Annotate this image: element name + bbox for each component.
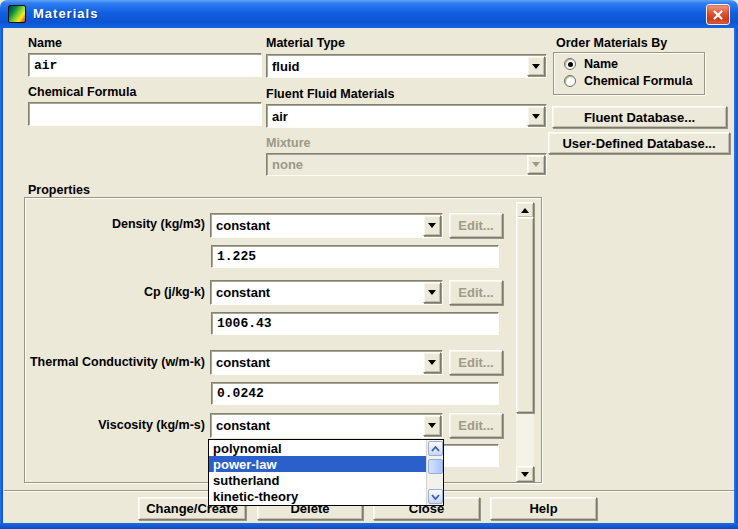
density-value-input[interactable] (211, 245, 499, 268)
properties-scrollbar[interactable] (516, 202, 534, 482)
titlebar[interactable]: Materials (0, 0, 738, 28)
density-method-value: constant (216, 214, 270, 237)
material-type-label: Material Type (266, 36, 345, 50)
material-type-dropdown-button[interactable] (527, 56, 545, 76)
chevron-down-icon (532, 64, 540, 69)
chevron-up-icon (431, 446, 440, 452)
chevron-down-icon (428, 423, 436, 428)
name-input[interactable] (28, 53, 262, 77)
dropdown-item-sutherland[interactable]: sutherland (209, 472, 426, 488)
dropdown-item-polynomial[interactable]: polynomial (209, 440, 426, 456)
help-button[interactable]: Help (490, 497, 597, 520)
arrow-up-icon (521, 208, 529, 213)
scroll-down-button[interactable] (428, 489, 443, 504)
scroll-down-button[interactable] (516, 466, 534, 482)
chevron-down-icon (428, 290, 436, 295)
density-label: Density (kg/m3) (0, 217, 205, 231)
scroll-up-button[interactable] (428, 441, 443, 456)
density-dropdown-button[interactable] (423, 215, 441, 236)
order-by-name-option[interactable]: Name (564, 57, 618, 71)
arrow-down-icon (521, 472, 529, 477)
cp-label: Cp (j/kg-k) (0, 285, 205, 299)
thermal-conductivity-label: Thermal Conductivity (w/m-k) (0, 355, 205, 369)
thermal-conductivity-value-input[interactable] (211, 382, 499, 405)
order-by-chemical-formula-option[interactable]: Chemical Formula (564, 74, 692, 88)
dropdown-item-kinetic-theory[interactable]: kinetic-theory (209, 488, 426, 504)
density-method-combo[interactable]: constant (210, 213, 443, 238)
cp-method-value: constant (216, 281, 270, 304)
scroll-up-button[interactable] (516, 202, 534, 218)
mixture-combo: none (266, 153, 547, 176)
radio-selected-icon[interactable] (564, 58, 576, 70)
window-title: Materials (33, 6, 98, 21)
chevron-down-icon (532, 162, 540, 167)
fluent-database-button[interactable]: Fluent Database... (552, 106, 727, 128)
cp-dropdown-button[interactable] (423, 282, 441, 303)
scrollbar-thumb[interactable] (428, 459, 443, 474)
close-button[interactable] (706, 4, 730, 25)
user-defined-database-button[interactable]: User-Defined Database... (548, 132, 730, 154)
dropdown-item-power-law[interactable]: power-law (209, 456, 426, 472)
cp-method-combo[interactable]: constant (210, 280, 443, 305)
scrollbar-thumb[interactable] (516, 217, 534, 413)
density-edit-button[interactable]: Edit... (449, 213, 503, 238)
viscosity-method-combo[interactable]: constant (210, 413, 443, 438)
thermal-conductivity-method-value: constant (216, 351, 270, 374)
materials-dialog: Materials Name Chemical Formula Material… (0, 0, 738, 529)
order-materials-by-label: Order Materials By (556, 36, 667, 50)
thermal-conductivity-edit-button[interactable]: Edit... (449, 350, 503, 375)
cp-edit-button[interactable]: Edit... (449, 280, 503, 305)
viscosity-dropdown-button[interactable] (423, 415, 441, 436)
fluent-fluid-materials-dropdown-button[interactable] (527, 106, 545, 126)
mixture-dropdown-button (527, 155, 545, 174)
chevron-down-icon (431, 494, 440, 500)
chemical-formula-label: Chemical Formula (28, 85, 136, 99)
material-type-combo[interactable]: fluid (266, 54, 547, 78)
order-by-name-label: Name (584, 57, 618, 71)
thermal-conductivity-dropdown-button[interactable] (423, 352, 441, 373)
chevron-down-icon (532, 114, 540, 119)
close-icon (712, 9, 724, 21)
properties-label: Properties (28, 183, 90, 197)
dropdown-scrollbar[interactable] (426, 440, 443, 505)
cp-value-input[interactable] (211, 312, 499, 335)
chevron-down-icon (428, 223, 436, 228)
material-type-value: fluid (272, 55, 299, 77)
window-border-right (734, 28, 738, 529)
fluent-app-icon (8, 5, 26, 23)
order-by-chemical-formula-label: Chemical Formula (584, 74, 692, 88)
name-label: Name (28, 36, 62, 50)
viscosity-edit-button[interactable]: Edit... (449, 413, 503, 438)
chemical-formula-input[interactable] (28, 102, 262, 126)
viscosity-label: Viscosity (kg/m-s) (0, 418, 205, 432)
viscosity-dropdown-list: polynomial power-law sutherland kinetic-… (208, 439, 444, 506)
thermal-conductivity-method-combo[interactable]: constant (210, 350, 443, 375)
window-border-left (0, 28, 3, 529)
window-border-bottom (0, 523, 738, 529)
mixture-label: Mixture (266, 136, 310, 150)
fluent-fluid-materials-value: air (272, 105, 288, 127)
viscosity-method-value: constant (216, 414, 270, 437)
radio-unselected-icon[interactable] (564, 75, 576, 87)
chevron-down-icon (428, 360, 436, 365)
fluent-fluid-materials-combo[interactable]: air (266, 104, 547, 128)
fluent-fluid-materials-label: Fluent Fluid Materials (266, 87, 395, 101)
mixture-value: none (272, 154, 303, 175)
